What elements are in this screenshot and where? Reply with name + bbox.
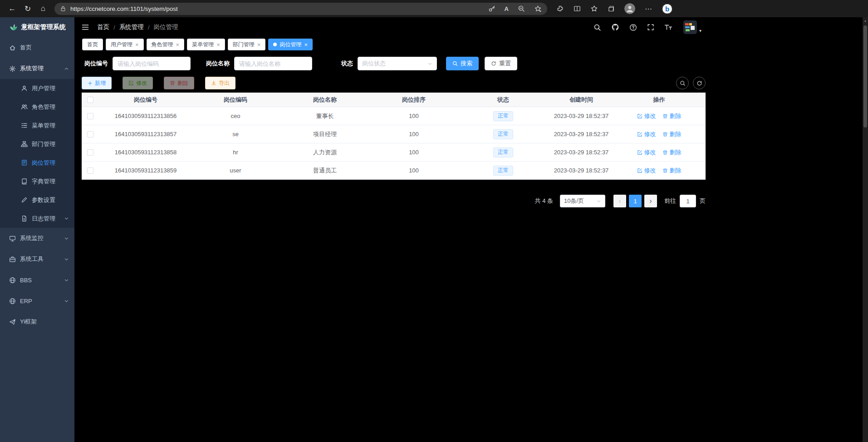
password-key-icon[interactable] bbox=[488, 5, 495, 12]
font-size-icon[interactable] bbox=[664, 24, 672, 31]
favorites-icon[interactable] bbox=[590, 5, 598, 13]
sidebar-item-system-monitor[interactable]: 系统监控 bbox=[0, 228, 74, 249]
back-button[interactable]: ← bbox=[5, 2, 20, 15]
tab-label: 首页 bbox=[87, 41, 98, 49]
prev-page-button[interactable]: ‹ bbox=[613, 195, 626, 207]
row-checkbox[interactable] bbox=[87, 113, 93, 119]
user-icon bbox=[21, 85, 28, 92]
delete-button[interactable]: 删除 bbox=[164, 77, 194, 89]
refresh-table-button[interactable] bbox=[693, 77, 706, 89]
profile-avatar[interactable] bbox=[624, 3, 635, 14]
scrollbar-thumb[interactable] bbox=[863, 25, 867, 128]
split-screen-icon[interactable] bbox=[574, 5, 581, 12]
toolbox-icon bbox=[9, 256, 16, 263]
page-scrollbar[interactable]: ▲ bbox=[863, 17, 868, 442]
search-icon[interactable] bbox=[593, 24, 601, 31]
edit-link[interactable]: 修改 bbox=[637, 148, 656, 157]
tab-close-icon[interactable]: × bbox=[135, 42, 139, 48]
toggle-search-button[interactable] bbox=[676, 77, 689, 89]
page-1-button[interactable]: 1 bbox=[629, 195, 642, 207]
tab-menu-mgmt[interactable]: 菜单管理 × bbox=[187, 39, 225, 50]
tab-user-mgmt[interactable]: 用户管理 × bbox=[106, 39, 144, 50]
scrollbar-up-arrow[interactable]: ▲ bbox=[863, 17, 868, 24]
delete-link-label: 删除 bbox=[670, 167, 682, 175]
refresh-icon bbox=[696, 80, 702, 86]
post-name-input[interactable] bbox=[234, 57, 312, 70]
sidebar-item-user-mgmt[interactable]: 用户管理 bbox=[0, 79, 74, 98]
sidebar-item-menu-mgmt[interactable]: 菜单管理 bbox=[0, 116, 74, 135]
sidebar-item-post-mgmt[interactable]: 岗位管理 bbox=[0, 153, 74, 172]
row-checkbox[interactable] bbox=[87, 149, 93, 156]
zoom-icon[interactable] bbox=[518, 5, 525, 12]
search-icon bbox=[452, 61, 458, 66]
user-menu[interactable]: ▾ bbox=[683, 20, 701, 34]
help-icon[interactable] bbox=[629, 24, 637, 31]
row-checkbox[interactable] bbox=[87, 167, 93, 174]
sidebar-item-yi-framework[interactable]: Yi框架 bbox=[0, 311, 74, 332]
sidebar-item-label: 用户管理 bbox=[32, 84, 55, 93]
delete-link[interactable]: 删除 bbox=[662, 130, 682, 138]
user-avatar[interactable] bbox=[683, 20, 697, 34]
sidebar-item-bbs[interactable]: BBS bbox=[0, 270, 74, 290]
read-aloud-icon[interactable]: A bbox=[505, 5, 509, 12]
search-button[interactable]: 搜索 bbox=[446, 57, 479, 70]
tab-role-mgmt[interactable]: 角色管理 × bbox=[147, 39, 185, 50]
refresh-button[interactable]: ↻ bbox=[20, 2, 35, 15]
tab-bar: 首页 用户管理 × 角色管理 × 菜单管理 × 部门管理 bbox=[74, 37, 710, 52]
edit-link[interactable]: 修改 bbox=[637, 112, 656, 120]
add-button[interactable]: 新增 bbox=[82, 77, 112, 89]
edit-link[interactable]: 修改 bbox=[637, 167, 656, 175]
delete-link[interactable]: 删除 bbox=[662, 148, 682, 157]
tab-post-mgmt[interactable]: 岗位管理 × bbox=[268, 39, 313, 50]
page: 首页 / 系统管理 / 岗位管理 bbox=[74, 17, 710, 207]
delete-link[interactable]: 删除 bbox=[662, 167, 682, 175]
sidebar-item-param-settings[interactable]: 参数设置 bbox=[0, 191, 74, 209]
bing-icon[interactable]: b bbox=[662, 4, 672, 14]
fullscreen-icon[interactable] bbox=[647, 24, 654, 31]
table-tools bbox=[676, 77, 706, 89]
select-all-checkbox[interactable] bbox=[87, 97, 93, 103]
url-text[interactable]: https://ccnetcore.com:1101/system/post bbox=[70, 5, 488, 12]
post-code-input[interactable] bbox=[113, 57, 191, 70]
breadcrumb-item-home[interactable]: 首页 bbox=[97, 23, 109, 31]
tab-dept-mgmt[interactable]: 部门管理 × bbox=[228, 39, 266, 50]
tab-close-icon[interactable]: × bbox=[304, 42, 308, 48]
collections-icon[interactable] bbox=[608, 5, 615, 12]
tab-close-icon[interactable]: × bbox=[176, 42, 180, 48]
reset-button[interactable]: 重置 bbox=[485, 57, 517, 70]
column-post-name: 岗位名称 bbox=[279, 96, 371, 104]
export-button[interactable]: 导出 bbox=[205, 77, 235, 89]
sidebar-item-system-tools[interactable]: 系统工具 bbox=[0, 249, 74, 270]
goto-page-input[interactable] bbox=[680, 195, 696, 207]
sidebar-item-home[interactable]: 首页 bbox=[0, 37, 74, 58]
tab-home[interactable]: 首页 bbox=[82, 39, 103, 50]
delete-link[interactable]: 删除 bbox=[662, 112, 682, 120]
status-select[interactable]: 岗位状态 bbox=[358, 57, 437, 70]
page-size-select[interactable]: 10条/页 bbox=[560, 195, 605, 207]
cell-post-sort: 100 bbox=[371, 113, 456, 119]
sidebar-item-role-mgmt[interactable]: 角色管理 bbox=[0, 98, 74, 116]
sidebar-toggle-icon[interactable] bbox=[81, 23, 89, 31]
row-checkbox[interactable] bbox=[87, 131, 93, 138]
address-bar[interactable]: https://ccnetcore.com:1101/system/post A bbox=[54, 3, 547, 15]
tab-close-icon[interactable]: × bbox=[216, 42, 220, 48]
tab-close-icon[interactable]: × bbox=[257, 42, 261, 48]
sidebar-item-erp[interactable]: ERP bbox=[0, 290, 74, 311]
sidebar-item-log-mgmt[interactable]: 日志管理 bbox=[0, 209, 74, 228]
post-name-label: 岗位名称 bbox=[203, 59, 230, 68]
edit-link[interactable]: 修改 bbox=[637, 130, 656, 138]
edit-button[interactable]: 修改 bbox=[123, 77, 153, 89]
breadcrumb-item-system-mgmt[interactable]: 系统管理 bbox=[119, 23, 144, 31]
sidebar-item-dept-mgmt[interactable]: 部门管理 bbox=[0, 135, 74, 153]
home-button[interactable]: ⌂ bbox=[35, 2, 51, 15]
extensions-icon[interactable] bbox=[556, 5, 564, 13]
more-icon[interactable]: ⋯ bbox=[645, 5, 652, 13]
favorite-star-icon[interactable] bbox=[534, 5, 542, 13]
header-actions: ▾ bbox=[593, 20, 701, 34]
sidebar-item-dict-mgmt[interactable]: 字典管理 bbox=[0, 172, 74, 191]
breadcrumb-separator: / bbox=[148, 24, 150, 31]
sidebar-item-system-mgmt[interactable]: 系统管理 bbox=[0, 58, 74, 79]
github-icon[interactable] bbox=[611, 23, 619, 31]
site-info-icon[interactable] bbox=[60, 5, 66, 12]
next-page-button[interactable]: › bbox=[644, 195, 657, 207]
